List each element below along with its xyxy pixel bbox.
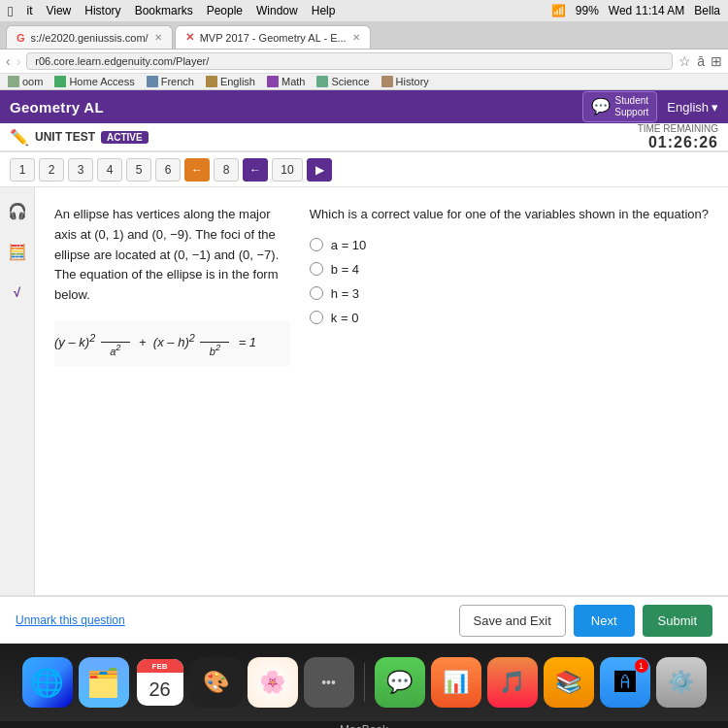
- choice-b[interactable]: b = 4: [310, 262, 709, 277]
- radio-b[interactable]: [310, 262, 323, 276]
- nav-btn-forward[interactable]: ▶: [307, 158, 332, 182]
- sidebar-icon-headphones[interactable]: 🎧: [4, 197, 31, 224]
- dock-calendar[interactable]: FEB 26: [135, 657, 185, 708]
- language-label: English: [667, 100, 709, 115]
- menu-item-history[interactable]: History: [84, 4, 120, 17]
- forward-button[interactable]: ›: [17, 53, 21, 69]
- nav-btn-1[interactable]: 1: [10, 158, 35, 182]
- menu-item-help[interactable]: Help: [312, 4, 336, 17]
- wifi-icon: 📶: [551, 4, 566, 17]
- nav-btn-5[interactable]: 5: [126, 158, 151, 182]
- bookmark-oom[interactable]: oom: [8, 76, 43, 87]
- dock-music[interactable]: 🎵: [487, 657, 538, 708]
- tab-geniussis[interactable]: G s://e2020.geniussis.com/ ✕: [6, 25, 173, 49]
- menu-item-people[interactable]: People: [207, 4, 243, 17]
- dock-ibooks[interactable]: 📚: [544, 657, 594, 708]
- next-button[interactable]: Next: [574, 605, 635, 637]
- dock-safari[interactable]: 🌐: [22, 657, 73, 708]
- nav-btn-7[interactable]: ←: [184, 158, 210, 182]
- nav-btn-4[interactable]: 4: [97, 158, 122, 182]
- chevron-down-icon: ▾: [711, 100, 718, 115]
- student-support-button[interactable]: 💬 Student Support: [582, 91, 657, 122]
- dock-more[interactable]: •••: [304, 657, 354, 708]
- sidebar: 🎧 🧮 √: [0, 187, 35, 595]
- dock-area: 🌐 🗂️ FEB 26 🎨 🌸 ••• 💬 📊 🎵 📚 🅰 1 ⚙️: [0, 644, 728, 721]
- active-badge: Active: [101, 131, 149, 144]
- bookmark-science[interactable]: Science: [316, 76, 369, 87]
- app-title: Geometry AL: [10, 99, 104, 116]
- edit-icon[interactable]: ✏️: [10, 128, 29, 147]
- bookmark-icon: [206, 76, 217, 87]
- unmark-button[interactable]: Unmark this question: [16, 613, 125, 627]
- menu-item-window[interactable]: Window: [256, 4, 298, 17]
- bottom-bar: Unmark this question Save and Exit Next …: [0, 595, 728, 644]
- bookmark-icon: [316, 76, 328, 87]
- nav-btn-2[interactable]: 2: [39, 158, 64, 182]
- header-right: 💬 Student Support English ▾: [582, 91, 718, 122]
- unit-test-label: Unit Test: [35, 130, 95, 144]
- back-button[interactable]: ‹: [6, 53, 11, 69]
- tab-edgenuity[interactable]: ✕ MVP 2017 - Geometry AL - E... ✕: [175, 25, 371, 49]
- browser-chrome: G s://e2020.geniussis.com/ ✕ ✕ MVP 2017 …: [0, 21, 728, 49]
- menu-item-bookmarks[interactable]: Bookmarks: [135, 4, 193, 17]
- question-right: Which is a correct value for one of the …: [310, 205, 709, 578]
- sidebar-icon-formula[interactable]: √: [4, 279, 31, 306]
- bookmark-icon: [54, 76, 66, 87]
- address-bar[interactable]: r06.core.learn.edgenuity.com/Player/: [26, 52, 673, 70]
- extensions-icon[interactable]: ⊞: [711, 53, 722, 69]
- question-nav: 1 2 3 4 5 6 ← 8 ← 10 ▶: [0, 152, 728, 187]
- submit-button[interactable]: Submit: [643, 605, 712, 637]
- tab-edgenuity-label: MVP 2017 - Geometry AL - E...: [200, 32, 347, 44]
- nav-btn-3[interactable]: 3: [68, 158, 93, 182]
- bookmark-oom-label: oom: [22, 76, 43, 87]
- time-remaining-label: TIME REMAINING: [638, 123, 718, 134]
- dock-numbers[interactable]: 📊: [431, 657, 481, 708]
- bookmark-french[interactable]: French: [147, 76, 194, 87]
- bookmark-history-label: History: [396, 76, 429, 87]
- tab-geniussis-close[interactable]: ✕: [154, 32, 162, 43]
- choice-k[interactable]: k = 0: [310, 311, 709, 325]
- nav-btn-8[interactable]: 8: [214, 158, 239, 182]
- dock-sketchbook[interactable]: 🎨: [191, 657, 242, 708]
- bookmark-french-label: French: [161, 76, 194, 87]
- reader-icon[interactable]: ā: [697, 53, 705, 69]
- dock-photos[interactable]: 🌸: [248, 657, 298, 708]
- radio-h[interactable]: [310, 286, 323, 300]
- bookmark-history[interactable]: History: [381, 76, 429, 87]
- dock-messages[interactable]: 💬: [375, 657, 425, 708]
- dock-finder[interactable]: 🗂️: [79, 657, 129, 708]
- menu-item-it[interactable]: it: [26, 4, 32, 17]
- choice-k-label: k = 0: [331, 311, 359, 325]
- choice-a-label: a = 10: [331, 238, 367, 252]
- nav-btn-6[interactable]: 6: [155, 158, 181, 182]
- dock-separator: [364, 663, 365, 702]
- radio-a[interactable]: [310, 238, 323, 251]
- bookmark-english-label: English: [220, 76, 255, 87]
- choice-h-label: h = 3: [331, 286, 359, 301]
- radio-k[interactable]: [310, 311, 323, 324]
- language-selector[interactable]: English ▾: [667, 100, 718, 115]
- bookmark-english[interactable]: English: [206, 76, 255, 87]
- choice-a[interactable]: a = 10: [310, 238, 709, 252]
- bookmark-icon: [381, 76, 393, 87]
- save-exit-button[interactable]: Save and Exit: [459, 605, 566, 637]
- menu-item-view[interactable]: View: [46, 4, 71, 17]
- apple-menu[interactable]: : [8, 3, 13, 19]
- sidebar-icon-calculator[interactable]: 🧮: [4, 238, 31, 265]
- dock-appstore[interactable]: 🅰 1: [600, 657, 650, 708]
- bottom-actions: Save and Exit Next Submit: [459, 605, 712, 637]
- bookmark-math[interactable]: Math: [267, 76, 305, 87]
- time-remaining: TIME REMAINING 01:26:26: [638, 123, 718, 151]
- bookmark-icon: [267, 76, 279, 87]
- nav-btn-back[interactable]: ←: [243, 158, 268, 182]
- choice-h[interactable]: h = 3: [310, 286, 709, 301]
- dock-settings[interactable]: ⚙️: [656, 657, 707, 708]
- equation: (y – k)2 a2 + (x – h)2: [54, 334, 256, 349]
- answer-prompt: Which is a correct value for one of the …: [310, 205, 709, 224]
- bookmark-home-access[interactable]: Home Access: [54, 76, 134, 87]
- student-support-label: Student Support: [614, 95, 648, 118]
- tab-edgenuity-close[interactable]: ✕: [352, 32, 360, 43]
- nav-btn-10[interactable]: 10: [272, 158, 303, 182]
- bookmark-star-icon[interactable]: ☆: [678, 53, 691, 69]
- tab-bar: G s://e2020.geniussis.com/ ✕ ✕ MVP 2017 …: [6, 25, 722, 49]
